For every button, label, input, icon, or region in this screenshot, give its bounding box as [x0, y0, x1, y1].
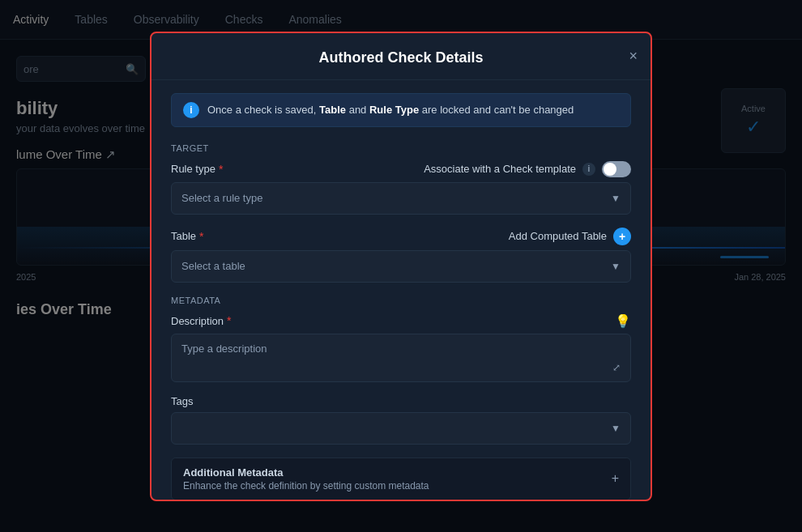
description-placeholder: Type a description	[181, 343, 267, 355]
table-placeholder: Select a table	[181, 260, 245, 272]
table-group: Table * Add Computed Table + Select a ta…	[171, 228, 631, 283]
description-required: *	[227, 314, 231, 327]
add-computed-table-label: Add Computed Table	[509, 230, 607, 242]
target-section-label: Target	[171, 143, 631, 153]
table-actions: Add Computed Table +	[509, 228, 631, 245]
associate-info-icon[interactable]: i	[582, 163, 595, 176]
table-arrow-icon: ▼	[611, 261, 621, 272]
rule-type-label: Rule type *	[171, 163, 223, 176]
lightbulb-icon: 💡	[615, 313, 631, 329]
modal-close-button[interactable]: ×	[629, 49, 638, 63]
modal-dialog: Authored Check Details × i Once a check …	[150, 32, 652, 501]
additional-metadata-subtitle: Enhance the check definition by setting …	[183, 480, 429, 492]
info-text: Once a check is saved, Table and Rule Ty…	[207, 104, 574, 116]
rule-type-actions: Associate with a Check template i	[424, 161, 631, 177]
rule-type-group: Rule type * Associate with a Check templ…	[171, 161, 631, 215]
modal-header: Authored Check Details ×	[151, 33, 651, 80]
rule-type-required: *	[219, 163, 223, 176]
tags-group: Tags ▼	[171, 395, 631, 445]
associate-label: Associate with a Check template	[424, 163, 576, 175]
modal-title: Authored Check Details	[318, 49, 483, 66]
additional-metadata-title: Additional Metadata	[183, 466, 429, 479]
table-required: *	[199, 230, 203, 243]
rule-type-header-row: Rule type * Associate with a Check templ…	[171, 161, 631, 177]
additional-metadata-plus-icon: +	[612, 471, 619, 486]
table-select[interactable]: Select a table ▼	[171, 250, 631, 283]
target-section: Target Rule type * Associate with a Chec…	[171, 143, 631, 283]
description-label: Description *	[171, 314, 231, 327]
tags-arrow-icon: ▼	[611, 423, 621, 434]
rule-type-select[interactable]: Select a rule type ▼	[171, 182, 631, 215]
description-group: Description * 💡 Type a description ⤢	[171, 313, 631, 382]
rule-type-placeholder: Select a rule type	[181, 192, 262, 204]
table-label: Table *	[171, 230, 204, 243]
metadata-section: Metadata Description * 💡 Type a descript…	[171, 296, 631, 500]
info-icon: i	[183, 102, 199, 118]
metadata-section-label: Metadata	[171, 296, 631, 305]
additional-metadata-content: Additional Metadata Enhance the check de…	[183, 466, 429, 492]
additional-metadata-header[interactable]: Additional Metadata Enhance the check de…	[172, 458, 630, 500]
modal-body: i Once a check is saved, Table and Rule …	[151, 80, 651, 501]
description-header-row: Description * 💡	[171, 313, 631, 329]
additional-metadata-section: Additional Metadata Enhance the check de…	[171, 458, 631, 500]
tags-label: Tags	[171, 395, 631, 407]
rule-type-arrow-icon: ▼	[611, 193, 621, 204]
description-textarea[interactable]: Type a description ⤢	[171, 334, 631, 382]
table-header-row: Table * Add Computed Table +	[171, 228, 631, 245]
tags-select[interactable]: ▼	[171, 412, 631, 445]
modal-overlay: Authored Check Details × i Once a check …	[0, 0, 802, 532]
info-banner: i Once a check is saved, Table and Rule …	[171, 93, 631, 127]
add-computed-table-button[interactable]: +	[613, 228, 631, 245]
associate-toggle[interactable]	[602, 161, 631, 177]
expand-icon: ⤢	[612, 362, 621, 373]
